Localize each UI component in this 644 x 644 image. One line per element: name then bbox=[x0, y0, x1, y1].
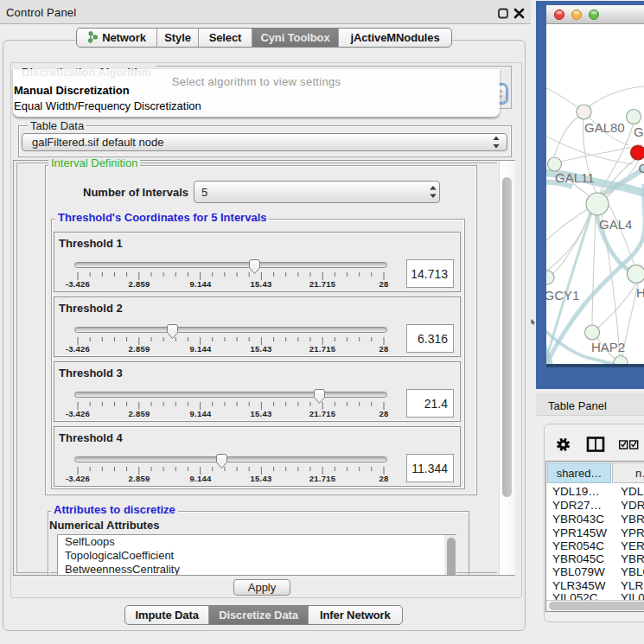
svg-text:HA: HA bbox=[636, 285, 644, 300]
svg-text:GCY1: GCY1 bbox=[546, 288, 579, 303]
svg-text:GAL80: GAL80 bbox=[584, 120, 625, 135]
svg-text:GA: GA bbox=[634, 124, 644, 139]
svg-text:C: C bbox=[639, 161, 644, 175]
svg-text:GAL4: GAL4 bbox=[599, 217, 632, 232]
svg-text:HAP2: HAP2 bbox=[591, 340, 625, 354]
svg-text:GAL11: GAL11 bbox=[555, 170, 595, 185]
